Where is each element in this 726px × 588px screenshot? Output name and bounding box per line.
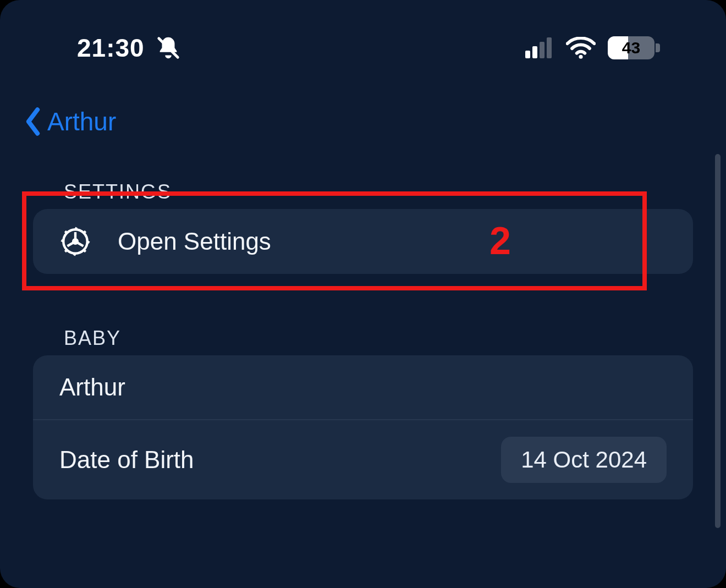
- battery-percent: 43: [622, 39, 640, 57]
- open-settings-label: Open Settings: [118, 228, 667, 255]
- cellular-signal-icon: [525, 37, 554, 58]
- svg-rect-3: [540, 42, 544, 58]
- dob-value[interactable]: 14 Oct 2024: [501, 437, 667, 483]
- section-header-baby: BABY: [33, 327, 693, 350]
- baby-name-value: Arthur: [59, 373, 667, 401]
- svg-point-5: [579, 55, 582, 59]
- svg-rect-2: [532, 46, 537, 58]
- baby-dob-row[interactable]: Date of Birth 14 Oct 2024: [33, 419, 693, 499]
- app-screen: 21:30: [0, 0, 726, 588]
- content: SETTINGS Open Settings BABY: [0, 136, 726, 499]
- baby-name-row[interactable]: Arthur: [33, 355, 693, 419]
- gear-icon: [59, 226, 91, 257]
- back-button[interactable]: Arthur: [22, 107, 116, 136]
- chevron-left-icon: [22, 107, 44, 136]
- settings-card: Open Settings: [33, 209, 693, 274]
- status-right: 43: [525, 36, 660, 59]
- status-left: 21:30: [77, 33, 181, 63]
- nav-bar: Arthur: [0, 63, 726, 136]
- battery-indicator: 43: [608, 36, 660, 59]
- section-header-settings: SETTINGS: [33, 180, 693, 204]
- bell-silent-icon: [156, 35, 181, 61]
- dob-label: Date of Birth: [59, 446, 475, 474]
- svg-rect-4: [547, 37, 552, 58]
- svg-rect-1: [525, 51, 530, 58]
- open-settings-row[interactable]: Open Settings: [33, 209, 693, 274]
- baby-card: Arthur Date of Birth 14 Oct 2024: [33, 355, 693, 499]
- wifi-icon: [566, 37, 596, 59]
- status-bar: 21:30: [0, 0, 726, 63]
- back-label: Arthur: [47, 107, 116, 136]
- status-time: 21:30: [77, 33, 145, 63]
- scrollbar[interactable]: [715, 154, 721, 528]
